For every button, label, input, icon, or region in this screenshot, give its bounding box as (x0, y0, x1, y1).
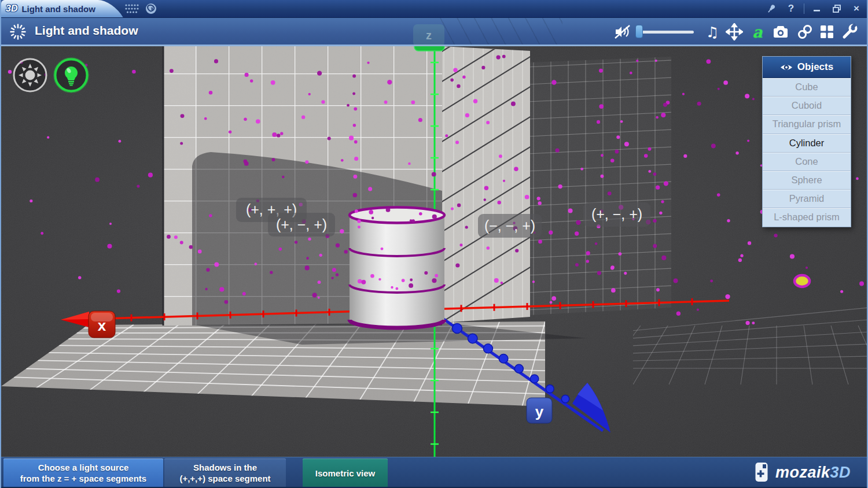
close-button[interactable]: × (849, 2, 863, 15)
app-logo-3d: 3D (6, 3, 17, 14)
music-note-icon[interactable]: ♫ (703, 22, 722, 42)
objects-item-triangular-prism[interactable]: Triangular prism (763, 115, 851, 134)
task-button-line: Shadows in the (193, 462, 257, 473)
task-button-line: Isometric view (315, 468, 375, 479)
move-icon[interactable] (724, 22, 744, 42)
minimize-button[interactable] (810, 2, 824, 15)
objects-panel: Objects CubeCuboidTriangular prismCylind… (762, 56, 851, 227)
pin-icon[interactable] (764, 2, 778, 15)
link-icon[interactable] (795, 22, 815, 42)
bulb-light-button[interactable] (53, 57, 89, 93)
app-tab[interactable]: 3D Light and shadow (1, 0, 98, 17)
tab-title: Light and shadow (21, 4, 95, 14)
header-transparency-stripes (438, 17, 562, 45)
task-button-line: (+,+,+) space segment (179, 473, 270, 484)
scene-canvas[interactable]: x y (+, +, +) (1, 46, 868, 457)
restore-button[interactable] (830, 2, 844, 15)
volume-slider-track[interactable] (636, 31, 694, 34)
mute-icon[interactable] (613, 22, 633, 42)
objects-item-cylinder[interactable]: Cylinder (763, 134, 851, 153)
objects-item-pyramid[interactable]: Pyramid (763, 190, 851, 208)
mozaik-logo-icon (755, 461, 770, 483)
bottom-task-bar: Choose a light source from the z = + spa… (1, 457, 867, 488)
wrench-icon[interactable] (839, 22, 859, 42)
task-button-shadows[interactable]: Shadows in the (+,+,+) space segment (164, 459, 286, 487)
octant-label: (−, −, +) (484, 217, 535, 234)
volume-slider-handle[interactable] (635, 25, 643, 38)
page-title: Light and shadow (35, 24, 138, 38)
mozaik-brand: mozaik3D (755, 461, 851, 483)
objects-item-cone[interactable]: Cone (763, 153, 851, 171)
objects-panel-header[interactable]: Objects (763, 57, 851, 78)
objects-item-sphere[interactable]: Sphere (763, 171, 851, 190)
task-button-line: from the z = + space segments (20, 473, 146, 484)
z-axis-label-box (414, 46, 444, 51)
titlebar-separator (804, 3, 804, 14)
globe-icon[interactable] (144, 2, 159, 16)
eye-icon (780, 63, 793, 72)
dark-grid-wall (528, 46, 672, 318)
x-axis-label: x (98, 317, 106, 334)
brand-word: mozaik (775, 464, 830, 481)
z-axis-label-ghost: z (413, 24, 444, 46)
octant-label: (+, −, +) (276, 216, 327, 232)
brand-suffix: 3D (830, 464, 851, 481)
objects-item-cube[interactable]: Cube (763, 78, 851, 97)
task-button-line: Choose a light source (38, 462, 129, 473)
spinner-burst-icon[interactable] (8, 22, 28, 42)
wireframe-floor (597, 308, 868, 385)
objects-list: CubeCuboidTriangular prismCylinderConeSp… (763, 78, 851, 227)
angled-wall (441, 46, 531, 324)
y-axis-label: y (535, 403, 544, 420)
camera-icon[interactable] (771, 22, 790, 42)
app-header: z Light and shadow ♫ a (1, 17, 867, 46)
task-button-isometric[interactable]: Isometric view (303, 459, 388, 487)
sun-light-button[interactable] (12, 57, 48, 93)
task-button-choose-light[interactable]: Choose a light source from the z = + spa… (3, 459, 163, 487)
octant-label: (+, −, +) (591, 206, 642, 222)
scene-3d-viewport[interactable]: x y (+, +, +) (1, 46, 868, 457)
objects-panel-title: Objects (797, 61, 833, 73)
objects-item-l-shaped-prism[interactable]: L-shaped prism (763, 208, 851, 226)
grid-icon[interactable] (817, 22, 837, 42)
dots-grid-icon[interactable] (124, 2, 139, 16)
cylinder-object[interactable] (350, 208, 444, 328)
light-source-point[interactable] (795, 275, 810, 287)
annotation-a-icon[interactable]: a (748, 22, 767, 42)
help-button[interactable]: ? (784, 2, 798, 15)
title-bar: 3D Light and shadow ? (1, 0, 867, 18)
objects-item-cuboid[interactable]: Cuboid (763, 97, 851, 115)
